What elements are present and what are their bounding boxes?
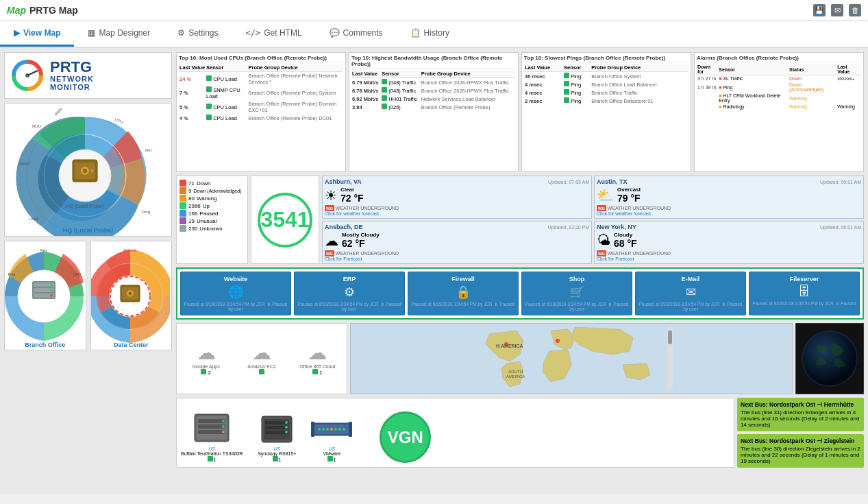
tab-comments[interactable]: 💬 Comments — [316, 21, 397, 47]
weather-details: Clear 72 °F — [340, 187, 364, 204]
service-firewall[interactable]: Firewall 🔒 Paused at 6/19/2018 3:34:54 P… — [408, 272, 519, 315]
top-tables-row: Top 10: Most Used CPUs (Branch Office (R… — [176, 52, 864, 172]
weather-body: ☀ Clear 72 °F — [325, 187, 589, 204]
bus-title-1: Next Bus: Nordostpark Ost ⊣ Herrnhütte — [741, 401, 860, 408]
weather-updated: Updated: 12:20 PM — [548, 225, 589, 230]
weather-sun2-icon: 🌤 — [597, 232, 610, 248]
cloud-services-box: ☁ Google Apps 2 ☁ Amazon EC2 ☁ Office 36… — [176, 323, 347, 394]
weather-ashburn[interactable]: Ashburn, VA Updated: 07:05 AM ☀ Clear 72… — [322, 176, 592, 219]
tab-settings-label: Settings — [188, 28, 218, 38]
branch-office-chart: Netz CPU Ping Branch Office — [4, 241, 86, 350]
weather-temp: 72 °F — [340, 193, 364, 204]
alarms-table: Down for Sensor Status Last Value 3 h 27… — [697, 64, 861, 110]
weather-ansbach[interactable]: Ansbach, DE Updated: 12:20 PM ☁ Mostly C… — [322, 221, 592, 264]
cell-sensor: Ping — [563, 72, 591, 81]
weather-newyork[interactable]: New York, NY Updated: 06:01 AM 🌤 Cloudy … — [594, 221, 864, 264]
weather-forecast-link[interactable]: Click for weather forecast — [597, 211, 861, 216]
wu-text: WEATHER UNDERGROUND — [336, 206, 399, 211]
bus-title-2: Next Bus: Nordostpark Ost ⊣ Ziegelstein — [741, 437, 860, 444]
svg-text:Net: Net — [145, 148, 152, 152]
weather-forecast-link[interactable]: Click for Forecast — [597, 256, 861, 261]
cell-sensor: ■ XL Traffic — [718, 75, 789, 82]
service-shop[interactable]: Shop 🛒 Paused at 6/19/2018 3:34:54 PM by… — [521, 272, 632, 315]
cell-value: 4 msec — [524, 80, 563, 88]
service-name: Shop — [524, 276, 630, 283]
office365-cloud-icon: ☁ — [291, 341, 344, 364]
weather-condition: Overcast — [617, 187, 641, 193]
cell-device: Branch Office System — [591, 72, 689, 81]
header-logo-text: Map — [7, 5, 26, 16]
cell-device: Branch Office (Remote Probe) System — [247, 86, 343, 100]
synology-device-name: Synology RS815+ — [256, 451, 297, 456]
firewall-icon: 🔒 — [410, 285, 516, 300]
down-count: 71 — [188, 180, 195, 187]
down-ack-label: Down (Acknowledged) — [193, 189, 241, 193]
cell-status: Warning — [789, 93, 836, 104]
table-row: 1 h 39 m ■ Ping Down (Acknowledged) — [697, 82, 861, 93]
service-email[interactable]: E-Mail ✉ Paused at 6/19/2018 3:34:54 PM … — [635, 272, 746, 315]
weather-city-name: New York, NY — [597, 224, 636, 230]
tab-map-designer[interactable]: ▦ Map Designer — [74, 21, 164, 47]
weather-forecast-link[interactable]: Click for weather forecast — [325, 211, 589, 216]
up-indicator — [179, 202, 186, 209]
device-vmware: US VMware 1 — [311, 411, 352, 463]
bus-info-section: Next Bus: Nordostpark Ost ⊣ Herrnhütte T… — [737, 398, 864, 468]
sensor-indicator — [206, 75, 212, 81]
status-warning: 80 Warning — [179, 195, 245, 202]
weather-austin[interactable]: Austin, TX Updated: 06:01 AM ⛅ Overcast … — [594, 176, 864, 219]
svg-point-55 — [222, 431, 225, 433]
device-buffalo: US Buffalo TeraStation TS3400R 1 — [181, 411, 243, 463]
weather-body: 🌤 Cloudy 68 °F — [597, 232, 861, 249]
tab-view-map[interactable]: ▶ View Map — [0, 21, 74, 47]
service-website[interactable]: Website 🌐 Paused at 6/19/2018 3:34:54 PM… — [180, 272, 291, 315]
save-icon[interactable]: 💾 — [813, 4, 826, 16]
service-fileserver[interactable]: Fileserver 🗄 Paused at 6/19/2018 3:34:54… — [749, 272, 860, 315]
buffalo-status: 1 — [181, 456, 243, 463]
svg-rect-45 — [668, 331, 672, 344]
ping-table: Last Value Sensor Probe Group Device 36 … — [524, 64, 689, 105]
col-device: Probe Group Device — [421, 70, 516, 78]
wu-text: WEATHER UNDERGROUND — [608, 206, 671, 211]
table-row: 3.84 (026) Branch Office (Remote Probe) — [351, 103, 516, 111]
office365-cloud-indicator: 1 — [291, 369, 344, 376]
svg-rect-74 — [349, 422, 352, 437]
svg-point-54 — [222, 425, 225, 428]
service-status: Paused at 6/19/2018 3:34:54 PM by JCR ⏸ … — [297, 302, 402, 311]
vgn-logo: VGN — [380, 411, 431, 463]
col-sensor: Sensor — [563, 64, 591, 72]
sensor-indicator — [564, 81, 569, 86]
vmware-status: 1 — [311, 456, 352, 463]
weather-details: Cloudy 68 °F — [614, 232, 637, 249]
sensor-status-icon: ■ — [719, 93, 721, 98]
svg-point-24 — [50, 283, 53, 286]
tab-history-icon: 📋 — [410, 28, 421, 38]
unusual-indicator — [179, 217, 186, 224]
unknown-label: Unknown — [199, 226, 222, 232]
col-device: Probe Group Device — [591, 64, 689, 72]
cell-sensor: ■ Ping — [718, 82, 789, 93]
prtg-spinner-container — [10, 58, 45, 93]
header-title: PRTG Map — [29, 5, 78, 16]
cloud-map-row: ☁ Google Apps 2 ☁ Amazon EC2 ☁ Office 36… — [176, 323, 864, 394]
prtg-logo-box: PRTG NETWORK MONITOR — [4, 52, 172, 99]
weather-forecast-link[interactable]: Click for Forecast — [325, 256, 589, 261]
col-lastvalue: Last Value — [179, 64, 206, 72]
buffalo-device-svg — [191, 411, 232, 445]
table-row: 3 h 27 m ■ XL Traffic Down 30220/0+ — [697, 75, 861, 82]
buffalo-device-name: Buffalo TeraStation TS3400R — [181, 451, 243, 456]
svg-rect-58 — [265, 421, 288, 424]
tab-get-html-label: Get HTML — [264, 28, 301, 38]
status-down-ack: 9 Down (Acknowledged) — [179, 187, 245, 194]
vmware-device-prefix: US — [311, 446, 352, 451]
tab-get-html[interactable]: </> Get HTML — [232, 21, 316, 47]
service-erp[interactable]: ERP ⚙ Paused at 6/19/2018 3:34:54 PM by … — [294, 272, 405, 315]
svg-point-40 — [556, 339, 560, 343]
buffalo-device-prefix: US — [181, 446, 243, 451]
table-row: ■ Radiology Warning Warning — [697, 104, 861, 110]
tab-history[interactable]: 📋 History — [397, 21, 463, 47]
email-icon[interactable]: ✉ — [831, 4, 843, 16]
delete-icon[interactable]: 🗑 — [849, 4, 861, 16]
tab-settings[interactable]: ⚙ Settings — [164, 21, 232, 47]
svg-point-71 — [338, 428, 341, 431]
paused-label: Paused — [199, 211, 218, 217]
